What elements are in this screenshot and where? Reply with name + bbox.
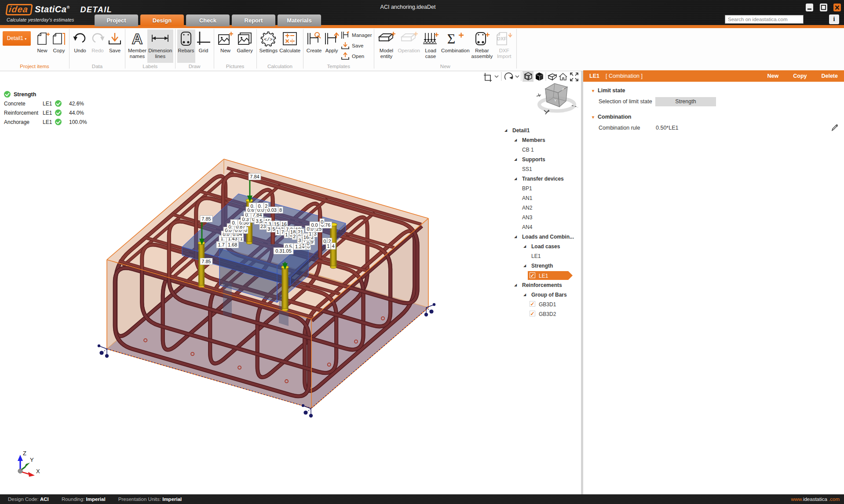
svg-text:0.: 0. <box>258 203 262 209</box>
svg-text:8: 8 <box>279 207 282 213</box>
svg-text:0: 0 <box>307 241 310 246</box>
svg-text:2: 2 <box>293 234 296 239</box>
svg-text:</>: </> <box>264 37 273 42</box>
svg-text:1: 1 <box>276 229 279 235</box>
svg-text:7.85: 7.85 <box>201 259 211 264</box>
svg-text:Σ: Σ <box>447 31 456 46</box>
svg-text:1: 1 <box>285 232 288 237</box>
svg-text:DXF: DXF <box>497 36 507 41</box>
svg-text:Z: Z <box>23 450 26 457</box>
svg-text:23: 23 <box>260 224 266 229</box>
svg-text:0.31.05: 0.31.05 <box>275 248 292 254</box>
svg-text:3: 3 <box>267 226 270 232</box>
svg-text:A: A <box>132 31 143 46</box>
svg-text:4: 4 <box>332 243 335 249</box>
svg-text:5: 5 <box>273 226 275 232</box>
svg-text:0.: 0. <box>251 203 255 209</box>
svg-text:0: 0 <box>323 239 326 244</box>
svg-text:3: 3 <box>298 238 301 243</box>
svg-text:1.68: 1.68 <box>228 242 237 247</box>
svg-text:2: 2 <box>265 203 267 209</box>
svg-text:Y: Y <box>30 457 34 463</box>
svg-text:7: 7 <box>281 229 284 235</box>
svg-text:1: 1 <box>327 243 329 249</box>
svg-text:1.7: 1.7 <box>218 242 224 247</box>
svg-text:X: X <box>36 468 40 475</box>
svg-text:7.85: 7.85 <box>201 216 211 221</box>
svg-text:0.0: 0.0 <box>311 222 318 228</box>
svg-text:0: 0 <box>321 219 323 225</box>
svg-text:0.: 0. <box>232 220 236 225</box>
svg-text:7.84: 7.84 <box>250 174 259 179</box>
